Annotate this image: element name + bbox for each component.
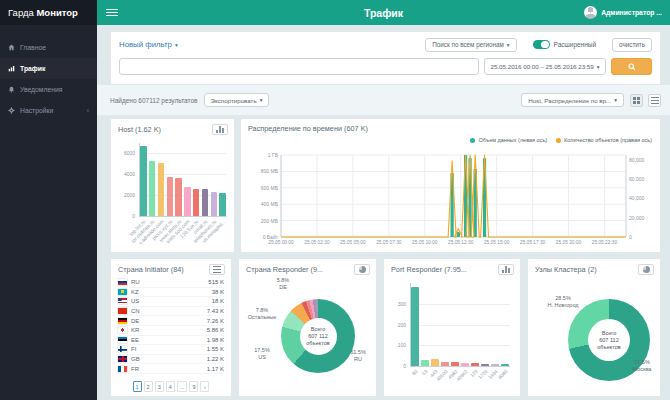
country-code: US <box>131 298 139 304</box>
country-responder-donut: Всего607 112объектов61.5%RU17.5%US7.8%Ос… <box>239 259 376 396</box>
slice-label: 17.5%US <box>245 347 279 360</box>
country-row[interactable]: KZ38 K <box>118 288 224 298</box>
country-row[interactable]: EE1.98 K <box>118 336 224 346</box>
sidebar-item-2[interactable]: Уведомления <box>0 79 97 100</box>
panel-title-port: Port Responder (7.95... <box>391 265 467 274</box>
y-axis-label-right: 80,000 <box>629 157 644 163</box>
brand-logo: Гарда Монитор <box>0 0 97 25</box>
slice-label: 71.5%Москва <box>622 359 662 372</box>
region-select[interactable]: Поиск по всем регионам <box>425 38 516 52</box>
chart-type-button[interactable] <box>498 264 514 275</box>
clear-button[interactable]: очистить <box>612 38 652 52</box>
flag-kz-icon <box>118 289 127 295</box>
y-axis-label-right: 40,000 <box>629 195 644 201</box>
legend-dot <box>470 138 475 143</box>
advanced-label: Расширенный <box>554 41 597 48</box>
bar-chart-icon <box>216 126 224 133</box>
page-button[interactable]: 1 <box>133 381 142 392</box>
country-responder-panel: Страна Responder (9... Всего607 112объек… <box>238 258 377 397</box>
page-button[interactable]: 2 <box>144 381 153 392</box>
y-axis-label: 200 <box>388 322 406 328</box>
donut-center-text: объектов <box>597 344 620 351</box>
sidebar-item-label: Настройки <box>20 107 53 114</box>
flag-de-icon <box>118 318 127 324</box>
sidebar-item-label: Уведомления <box>20 86 63 93</box>
country-row[interactable]: FR1.17 K <box>118 364 224 374</box>
page-button[interactable]: 9 <box>189 381 198 392</box>
donut-center-text: 607 112 <box>599 337 618 344</box>
page-button[interactable]: ... <box>177 381 188 392</box>
sidebar-item-1[interactable]: Трафик <box>0 58 97 79</box>
country-row[interactable]: CN7.43 K <box>118 307 224 317</box>
brand-bold: Монитор <box>36 7 77 18</box>
chevron-left-icon: ‹ <box>87 107 89 114</box>
country-row[interactable]: GB1.22 K <box>118 355 224 365</box>
page-button[interactable]: 4 <box>166 381 175 392</box>
country-code: GB <box>131 356 140 362</box>
page-button[interactable]: 3 <box>155 381 164 392</box>
sidebar-item-label: Трафик <box>20 65 45 72</box>
grid-view-button[interactable] <box>630 94 643 107</box>
panel-title-host: Host (1.62 K) <box>118 125 161 134</box>
y-axis-label-right: 0 <box>629 234 632 240</box>
search-button[interactable] <box>611 58 652 75</box>
country-value: 1.17 K <box>207 366 224 372</box>
panel-title-initiator: Страна Initiator (84) <box>118 265 184 274</box>
bar <box>140 146 146 216</box>
gridline <box>410 366 510 367</box>
flag-kr-icon <box>118 327 127 333</box>
user-menu[interactable]: Администратор ... <box>584 6 662 19</box>
port-bar-chart: 0100200300805344340500498240962123172014… <box>388 277 518 394</box>
results-count: Найдено 607112 результатов <box>110 97 198 104</box>
bar <box>421 360 428 366</box>
y-axis-label-left: 200 МБ <box>245 218 278 224</box>
sidebar-menu: ГлавноеТрафикУведомленияНастройки‹ <box>0 37 97 121</box>
flag-us-icon <box>118 298 127 304</box>
menu-toggle-button[interactable] <box>106 9 118 17</box>
advanced-toggle-wrap: Расширенный <box>533 40 597 50</box>
bar <box>501 364 508 366</box>
slice-label: 7.8%Остальные <box>239 307 285 320</box>
advanced-toggle[interactable] <box>533 40 550 50</box>
gridline <box>410 304 510 305</box>
country-row[interactable]: DE7.26 K <box>118 316 224 326</box>
country-value: 38 K <box>212 289 224 295</box>
list-view-icon <box>651 97 659 104</box>
country-row[interactable]: US18 K <box>118 297 224 307</box>
brand-regular: Гарда <box>8 7 34 18</box>
y-axis-label: 300 <box>388 301 406 307</box>
bar <box>451 362 458 366</box>
traffic-icon <box>8 65 15 72</box>
chart-type-button[interactable] <box>209 264 225 275</box>
bar <box>202 189 208 216</box>
y-axis-label: 100 <box>388 342 406 348</box>
country-row[interactable]: KR5.86 K <box>118 326 224 336</box>
flag-ee-icon <box>118 337 127 343</box>
bell-icon <box>8 86 15 93</box>
page-button[interactable]: › <box>200 381 209 392</box>
country-code: KZ <box>131 289 139 295</box>
bar <box>167 177 173 216</box>
legend-label: Количество объектов (правая ось) <box>564 137 652 143</box>
date-range-picker[interactable]: 25.05.2016 00:00 – 25.05.2016 23:59 <box>484 58 606 75</box>
grid-view-icon <box>633 97 640 104</box>
country-value: 1.98 K <box>207 337 224 343</box>
y-axis-label: 4000 <box>115 171 135 177</box>
country-value: 1.55 K <box>207 346 224 352</box>
country-row[interactable]: RU515 K <box>118 278 224 288</box>
sidebar-item-0[interactable]: Главное <box>0 37 97 58</box>
chart-type-button[interactable] <box>212 124 228 135</box>
country-row[interactable]: FI1.55 K <box>118 345 224 355</box>
list-view-button[interactable] <box>648 94 661 107</box>
results-bar: Найдено 607112 результатов Экспортироват… <box>110 91 661 109</box>
slice-label: 5.8%DE <box>263 277 303 290</box>
bar <box>184 187 190 216</box>
chart-legend: Объем данных (левая ось)Количество объек… <box>470 137 652 143</box>
search-query-input[interactable] <box>119 58 479 75</box>
sidebar-item-3[interactable]: Настройки‹ <box>0 100 97 121</box>
new-filter-link[interactable]: Новый фильтр <box>119 40 178 49</box>
export-button[interactable]: Экспортировать <box>204 93 270 107</box>
time-distribution-chart: 1 ГБ800 МБ600 МБ400 МБ200 МБ0 Байт80,000… <box>245 149 656 250</box>
country-code: FI <box>131 346 136 352</box>
panels-layout-select[interactable]: Host, Распределение по вр... <box>521 93 624 107</box>
